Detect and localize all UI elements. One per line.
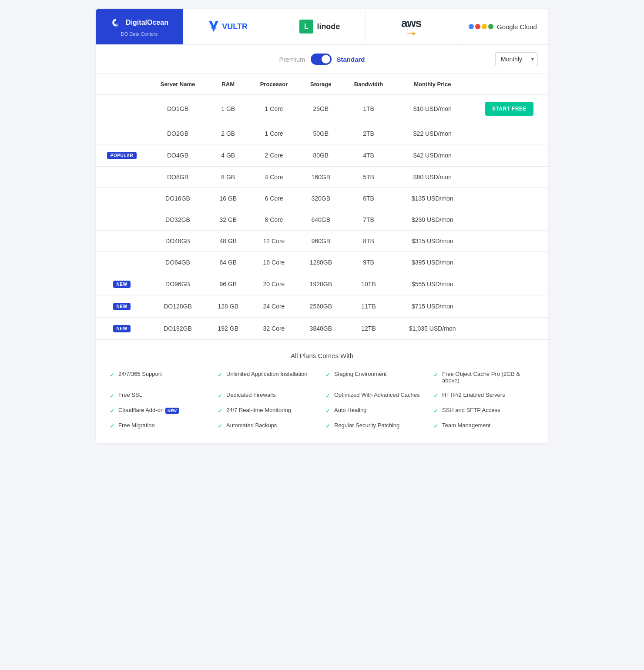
- toggle-group: Premium Standard: [279, 54, 365, 65]
- feature-text: Team Management: [442, 422, 490, 429]
- row-badge: NEW: [113, 325, 131, 332]
- row-processor: 6 Core: [249, 188, 299, 209]
- feature-text: Free Object Cache Pro (2GB & above): [442, 371, 534, 384]
- row-price: $230 USD/mon: [395, 209, 470, 231]
- th-processor: Processor: [249, 74, 299, 95]
- providers-list: VULTR L linode aws ―▸: [183, 9, 548, 44]
- controls-bar: Premium Standard Monthly Annually: [96, 45, 548, 74]
- row-bandwidth: 7TB: [342, 209, 395, 231]
- feature-new-badge: NEW: [165, 408, 179, 414]
- row-ram: 96 GB: [208, 273, 249, 295]
- start-free-button[interactable]: START FREE: [485, 102, 533, 116]
- row-processor: 4 Core: [249, 167, 299, 188]
- check-icon: ✓: [218, 407, 223, 414]
- row-bandwidth: 9TB: [342, 252, 395, 273]
- provider-aws[interactable]: aws ―▸: [366, 9, 457, 44]
- billing-select-wrapper: Monthly Annually: [495, 52, 538, 66]
- feature-item: ✓Free Migration: [110, 420, 211, 431]
- row-bandwidth: 2TB: [342, 123, 395, 144]
- feature-item: ✓24/7/365 Support: [110, 369, 211, 385]
- check-icon: ✓: [433, 422, 439, 429]
- check-icon: ✓: [110, 407, 115, 414]
- row-processor: 16 Core: [249, 252, 299, 273]
- row-badge-cell: NEW: [96, 318, 148, 340]
- row-price: $395 USD/mon: [395, 252, 470, 273]
- feature-item: ✓Staging Environment: [325, 369, 426, 385]
- row-name: DO48GB: [148, 231, 208, 252]
- row-processor: 12 Core: [249, 231, 299, 252]
- provider-gcloud[interactable]: Google Cloud: [457, 15, 548, 38]
- row-processor: 1 Core: [249, 123, 299, 144]
- check-icon: ✓: [325, 392, 331, 399]
- row-price: $315 USD/mon: [395, 231, 470, 252]
- gcloud-dots: [469, 24, 493, 29]
- row-price: $22 USD/mon: [395, 123, 470, 144]
- th-storage: Storage: [299, 74, 342, 95]
- feature-item: ✓Team Management: [433, 420, 534, 431]
- aws-logo-block: aws ―▸: [401, 17, 421, 37]
- check-icon: ✓: [433, 407, 439, 414]
- row-badge-cell: [96, 95, 148, 123]
- row-cta-cell: [470, 144, 548, 167]
- provider-vultr[interactable]: VULTR: [183, 13, 274, 40]
- billing-dropdown-wrapper[interactable]: Monthly Annually: [495, 52, 538, 66]
- row-badge-cell: [96, 188, 148, 209]
- billing-toggle[interactable]: [311, 54, 332, 65]
- table-row: DO16GB16 GB6 Core320GB6TB$135 USD/mon: [96, 188, 548, 209]
- row-cta-cell: [470, 252, 548, 273]
- feature-text: Staging Environment: [334, 371, 387, 377]
- feature-text: HTTP/2 Enabled Servers: [442, 392, 505, 398]
- do-subtitle: DO Data Centers: [121, 31, 158, 37]
- row-bandwidth: 6TB: [342, 188, 395, 209]
- th-bandwidth: Bandwidth: [342, 74, 395, 95]
- aws-logo: aws ―▸: [401, 17, 421, 37]
- provider-linode[interactable]: L linode: [274, 12, 366, 41]
- row-cta-cell: [470, 167, 548, 188]
- check-icon: ✓: [325, 422, 331, 429]
- row-ram: 2 GB: [208, 123, 249, 144]
- row-name: DO1GB: [148, 95, 208, 123]
- feature-text: SSH and SFTP Access: [442, 407, 500, 413]
- provider-digitalocean[interactable]: DigitalOcean DO Data Centers: [96, 9, 183, 44]
- billing-dropdown[interactable]: Monthly Annually: [495, 52, 538, 66]
- do-logo-icon: [110, 17, 122, 29]
- row-bandwidth: 10TB: [342, 273, 395, 295]
- features-grid: ✓24/7/365 Support✓Unlimited Application …: [110, 369, 534, 431]
- vultr-icon: [209, 21, 218, 32]
- all-plans-section: All Plans Comes With ✓24/7/365 Support✓U…: [96, 339, 548, 443]
- row-storage: 160GB: [299, 167, 342, 188]
- row-name: DO2GB: [148, 123, 208, 144]
- row-price: $1,035 USD/mon: [395, 318, 470, 340]
- feature-item: ✓HTTP/2 Enabled Servers: [433, 390, 534, 401]
- feature-text: Free Migration: [118, 422, 155, 429]
- row-storage: 1920GB: [299, 273, 342, 295]
- feature-text: 24/7/365 Support: [118, 371, 162, 377]
- row-storage: 1280GB: [299, 252, 342, 273]
- row-ram: 128 GB: [208, 295, 249, 318]
- do-logo-text: DigitalOcean: [126, 19, 168, 27]
- feature-text: Automated Backups: [226, 422, 277, 429]
- check-icon: ✓: [218, 392, 223, 399]
- row-processor: 1 Core: [249, 95, 299, 123]
- check-icon: ✓: [433, 392, 439, 399]
- toggle-thumb: [322, 55, 330, 64]
- row-storage: 50GB: [299, 123, 342, 144]
- feature-text: Optimized With Advanced Caches: [334, 392, 420, 398]
- row-bandwidth: 12TB: [342, 318, 395, 340]
- row-processor: 24 Core: [249, 295, 299, 318]
- toggle-premium-label: Premium: [279, 56, 305, 63]
- row-processor: 20 Core: [249, 273, 299, 295]
- gcloud-logo: Google Cloud: [469, 23, 537, 30]
- row-price: $135 USD/mon: [395, 188, 470, 209]
- table-row: DO8GB8 GB4 Core160GB5TB$80 USD/mon: [96, 167, 548, 188]
- feature-text: Auto Healing: [334, 407, 366, 413]
- do-logo: DigitalOcean: [110, 17, 168, 29]
- check-icon: ✓: [325, 371, 331, 378]
- feature-item: ✓Regular Security Patching: [325, 420, 426, 431]
- feature-item: ✓Dedicated Firewalls: [218, 390, 319, 401]
- linode-text: linode: [317, 22, 340, 31]
- gcloud-dot-green: [488, 24, 493, 29]
- feature-text: Dedicated Firewalls: [226, 392, 275, 398]
- row-price: $715 USD/mon: [395, 295, 470, 318]
- table-row: NEWDO192GB192 GB32 Core3840GB12TB$1,035 …: [96, 318, 548, 340]
